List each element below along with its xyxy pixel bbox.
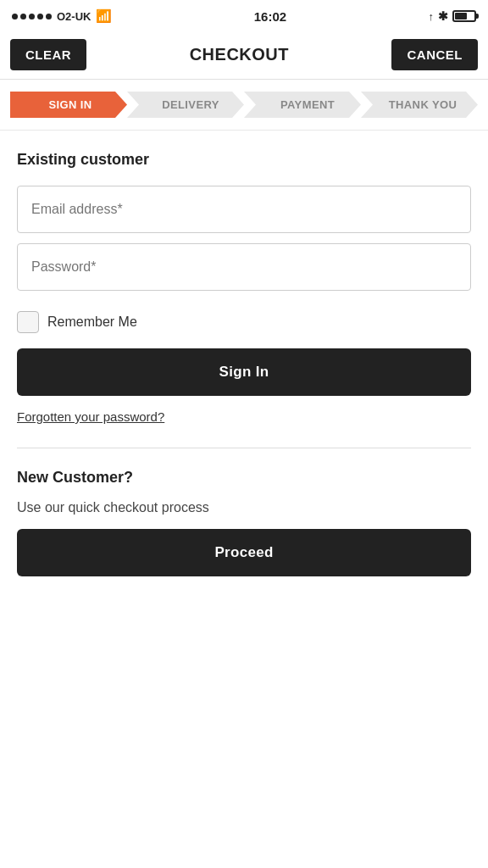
step-indicator: SIGN IN DELIVERY PAYMENT THANK YOU: [0, 80, 488, 131]
main-content: Existing customer Remember Me Sign In Fo…: [0, 131, 488, 597]
new-customer-section: New Customer? Use our quick checkout pro…: [17, 469, 471, 576]
new-customer-description: Use our quick checkout process: [17, 500, 471, 515]
step-thank-you[interactable]: THANK YOU: [361, 92, 478, 118]
forgot-password-link[interactable]: Forgotten your password?: [17, 409, 164, 424]
new-customer-title: New Customer?: [17, 469, 471, 487]
existing-customer-section: Existing customer Remember Me Sign In Fo…: [17, 151, 471, 441]
wifi-icon: 📶: [96, 8, 112, 24]
header: CLEAR CHECKOUT CANCEL: [0, 31, 488, 80]
step-payment[interactable]: PAYMENT: [244, 92, 361, 118]
step-sign-in-label: SIGN IN: [10, 92, 127, 118]
signal-dots: [12, 14, 52, 19]
status-bar: O2-UK 📶 16:02 ↑ ✱: [0, 0, 488, 31]
section-divider: [17, 448, 471, 448]
remember-me-checkbox[interactable]: [17, 311, 39, 333]
remember-me-container: Remember Me: [17, 311, 471, 333]
step-delivery[interactable]: DELIVERY: [127, 92, 244, 118]
battery-icon: [452, 10, 476, 22]
sign-in-button[interactable]: Sign In: [17, 348, 471, 396]
step-delivery-label: DELIVERY: [127, 92, 244, 118]
cancel-button[interactable]: CANCEL: [391, 39, 478, 70]
email-field[interactable]: [17, 186, 471, 233]
status-time: 16:02: [254, 9, 286, 24]
bluetooth-icon: ✱: [438, 9, 448, 23]
step-thank-you-label: THANK YOU: [361, 92, 478, 118]
carrier-label: O2-UK: [57, 10, 91, 23]
status-right: ↑ ✱: [428, 9, 476, 23]
password-field[interactable]: [17, 243, 471, 291]
status-left: O2-UK 📶: [12, 8, 112, 24]
step-sign-in[interactable]: SIGN IN: [10, 92, 127, 118]
location-icon: ↑: [428, 10, 434, 23]
remember-me-label: Remember Me: [47, 314, 137, 330]
page-title: CHECKOUT: [190, 45, 289, 64]
step-payment-label: PAYMENT: [244, 92, 361, 118]
proceed-button[interactable]: Proceed: [17, 529, 471, 576]
clear-button[interactable]: CLEAR: [10, 39, 86, 70]
existing-customer-title: Existing customer: [17, 151, 471, 169]
